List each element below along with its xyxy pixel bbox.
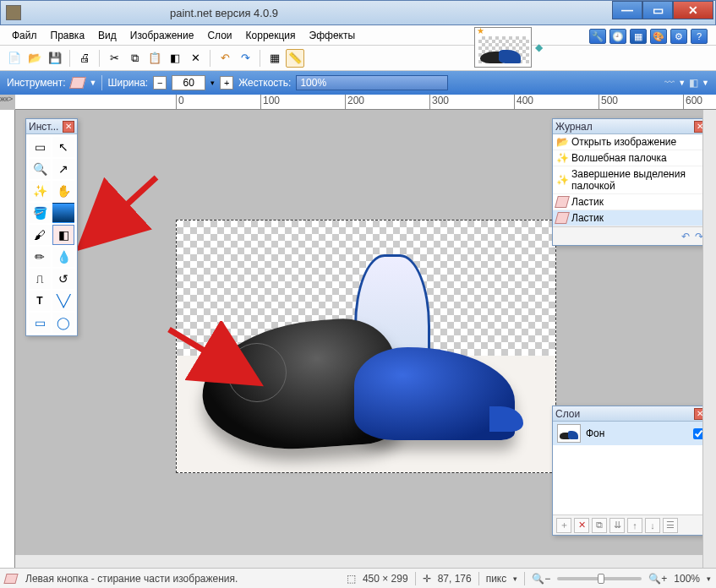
cursor-position: 87, 176 [438, 573, 472, 585]
wand-icon: ✨ [556, 152, 568, 164]
width-input[interactable] [172, 75, 205, 90]
canvas[interactable] [176, 220, 556, 473]
new-icon[interactable]: 📄 [5, 49, 24, 68]
tool-rectangle[interactable]: ▭ [29, 313, 51, 333]
help-icon[interactable]: ? [691, 29, 708, 44]
close-icon[interactable]: ✕ [63, 121, 74, 133]
tool-options-bar: Инструмент: ▼ Ширина: − ▾ + Жесткость: 1… [0, 71, 716, 95]
redo-icon[interactable]: ↷ [236, 49, 254, 68]
move-up-button[interactable]: ↑ [627, 518, 642, 533]
paste-icon[interactable]: 📋 [145, 49, 164, 68]
deselect-icon[interactable]: ✕ [186, 49, 205, 68]
eraser-icon[interactable] [69, 77, 86, 89]
zoom-slider[interactable] [557, 577, 642, 580]
ruler-corner: жк> [0, 95, 13, 103]
layers-panel[interactable]: Слои✕ Фон ＋ ✕ ⧉ ⇊ ↑ ↓ ☰ [552, 406, 709, 536]
ruler-icon[interactable]: 📏 [286, 49, 304, 68]
wrench-icon[interactable]: 🔧 [589, 29, 606, 44]
add-layer-button[interactable]: ＋ [556, 518, 571, 533]
history-item[interactable]: ✨Волшебная палочка [553, 150, 708, 166]
tools-panel[interactable]: Инст...✕ ▭ ↖ 🔍 ↗ ✨ ✋ 🪣 🖌 ◧ ✏ 💧 ⎍ ↺ T ╲╱ … [25, 118, 78, 336]
width-increase-button[interactable]: + [220, 76, 233, 90]
tool-gradient[interactable] [52, 203, 74, 223]
undo-icon[interactable]: ↶ [681, 231, 690, 242]
tool-clone-stamp[interactable]: ⎍ [29, 269, 51, 289]
delete-layer-button[interactable]: ✕ [574, 518, 589, 533]
zoom-in-button[interactable]: 🔍+ [648, 573, 667, 585]
tool-paintbrush[interactable]: 🖌 [29, 225, 51, 245]
tool-rect-select[interactable]: ▭ [29, 137, 51, 157]
tool-eraser[interactable]: ◧ [52, 225, 74, 245]
history-item[interactable]: Ластик [553, 210, 708, 226]
save-icon[interactable]: 💾 [46, 49, 64, 68]
app-icon [6, 5, 21, 20]
width-decrease-button[interactable]: − [153, 76, 167, 90]
zoom-out-button[interactable]: 🔍− [532, 573, 550, 585]
minimize-button[interactable]: — [612, 1, 642, 19]
gear-icon[interactable]: ⚙ [670, 29, 687, 44]
tool-pencil[interactable]: ✏ [29, 247, 51, 267]
horizontal-scrollbar[interactable] [15, 554, 702, 568]
tool-move-selection[interactable]: ↖ [52, 137, 74, 157]
history-panel-title: Журнал [555, 121, 593, 133]
history-item[interactable]: ✨Завершение выделения палочкой [553, 166, 708, 194]
menu-file[interactable]: Файл [5, 27, 44, 44]
open-icon[interactable]: 📂 [25, 49, 44, 68]
duplicate-layer-button[interactable]: ⧉ [592, 518, 607, 533]
width-label: Ширина: [107, 77, 148, 89]
vertical-ruler [0, 110, 15, 571]
history-item[interactable]: Ластик [553, 194, 708, 210]
cut-icon[interactable]: ✂ [105, 49, 123, 68]
menu-view[interactable]: Вид [91, 27, 123, 44]
tool-label: Инструмент: [7, 77, 66, 89]
wand-icon: ✨ [556, 174, 568, 186]
move-down-button[interactable]: ↓ [645, 518, 660, 533]
tool-magic-wand[interactable]: ✨ [29, 181, 51, 201]
layer-thumbnail [557, 424, 581, 443]
tool-color-picker[interactable]: 💧 [52, 247, 74, 267]
menu-edit[interactable]: Правка [44, 27, 92, 44]
vertical-scrollbar[interactable] [702, 110, 716, 568]
tool-ellipse[interactable]: ◯ [52, 313, 74, 333]
layer-name: Фон [586, 427, 604, 439]
tool-pan[interactable]: ✋ [52, 181, 74, 201]
tool-move-pixels[interactable]: ↗ [52, 159, 74, 179]
history-item[interactable]: 📂Открыть изображение [553, 134, 708, 150]
tool-recolor[interactable]: ↺ [52, 269, 74, 289]
copy-icon[interactable]: ⧉ [125, 49, 144, 68]
menu-adjustments[interactable]: Коррекция [239, 27, 303, 44]
title-bar: paint.net версия 4.0.9 — ▭ ✕ [0, 0, 716, 25]
clock-icon[interactable]: 🕘 [609, 29, 626, 44]
utility-buttons: 🔧 🕘 ▦ 🎨 ⚙ ? [589, 29, 708, 44]
document-thumbnail-strip: ★ ◆ [474, 25, 547, 69]
canvas-size-icon: ⬚ [347, 573, 356, 585]
print-icon[interactable]: 🖨 [75, 49, 94, 68]
history-panel[interactable]: Журнал✕ 📂Открыть изображение ✨Волшебная … [552, 118, 709, 246]
main-toolbar: 📄 📂 💾 🖨 ✂ ⧉ 📋 ◧ ✕ ↶ ↷ ▦ 📏 [0, 46, 716, 71]
crop-icon[interactable]: ◧ [166, 49, 184, 68]
brush-cursor [227, 343, 287, 402]
width-dropdown-icon[interactable]: ▾ [210, 79, 215, 87]
palette-icon[interactable]: 🎨 [650, 29, 667, 44]
tool-dropdown-icon[interactable]: ▼ [90, 79, 97, 87]
close-button[interactable]: ✕ [673, 1, 713, 19]
menu-layers[interactable]: Слои [200, 27, 238, 44]
menu-effects[interactable]: Эффекты [303, 27, 363, 44]
antialias-icon[interactable]: 〰 [664, 77, 675, 89]
tool-paint-bucket[interactable]: 🪣 [29, 203, 51, 223]
layers-toggle-icon[interactable]: ▦ [630, 29, 647, 44]
grid-icon[interactable]: ▦ [265, 49, 284, 68]
unit-label[interactable]: пикс [486, 573, 507, 585]
tool-line[interactable]: ╲╱ [52, 291, 74, 311]
layer-properties-button[interactable]: ☰ [663, 518, 678, 533]
blend-icon[interactable]: ◧ [689, 77, 698, 89]
hardness-slider[interactable]: 100% [296, 75, 448, 90]
merge-down-button[interactable]: ⇊ [609, 518, 625, 533]
tool-lasso[interactable]: 🔍 [29, 159, 51, 179]
tool-text[interactable]: T [29, 291, 51, 311]
maximize-button[interactable]: ▭ [642, 1, 673, 19]
document-thumbnail[interactable]: ★ [474, 27, 532, 68]
layer-row[interactable]: Фон [553, 422, 708, 445]
undo-icon[interactable]: ↶ [216, 49, 234, 68]
menu-image[interactable]: Изображение [123, 27, 201, 44]
